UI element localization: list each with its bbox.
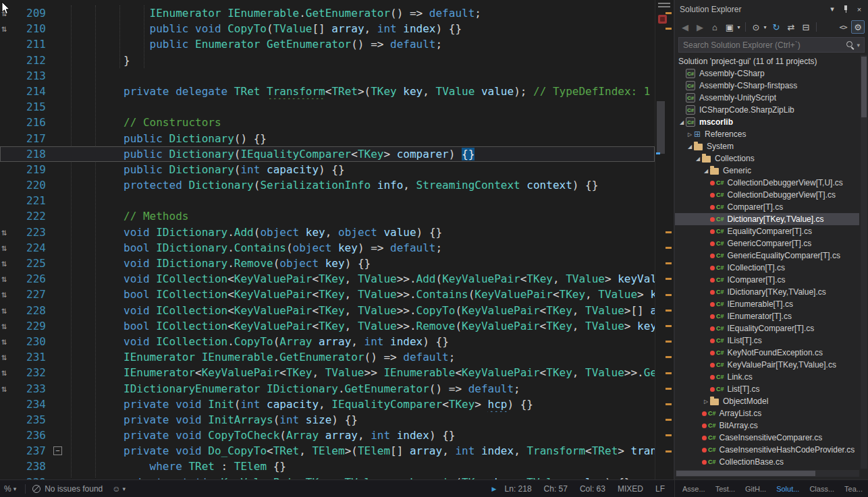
code-line[interactable]: ⇅224 bool IDictionary.Contains(object ke… [0, 240, 655, 256]
tree-item-file[interactable]: C#EqualityComparer[T].cs [675, 225, 859, 237]
code-text[interactable]: void ICollection<KeyValuePair<TKey, TVal… [66, 271, 655, 287]
code-line[interactable]: ⇅226 void ICollection<KeyValuePair<TKey,… [0, 271, 655, 287]
line-number[interactable]: 213 [19, 68, 51, 84]
collapse-icon[interactable]: ◢ [694, 156, 702, 162]
tree-item-file[interactable]: C#IEnumerator[T].cs [675, 310, 859, 322]
line-number[interactable]: 234 [19, 397, 51, 412]
tree-item-project[interactable]: ◢C#mscorlib [675, 116, 859, 128]
code-line[interactable]: 214 private delegate TRet Transform<TRet… [0, 84, 655, 99]
code-text[interactable]: public void CopyTo(TValue[] array, int i… [66, 21, 655, 36]
code-text[interactable]: bool IDictionary.Contains(object key) =>… [66, 240, 655, 256]
line-number[interactable]: 221 [19, 193, 51, 208]
code-text[interactable]: public Dictionary(IEqualityComparer<TKey… [66, 146, 655, 162]
tree-item-file[interactable]: C#List[T].cs [675, 383, 859, 395]
tree-item-file[interactable]: C#ICollection[T].cs [675, 262, 859, 274]
code-line[interactable]: 212 } [0, 53, 655, 68]
code-line[interactable]: ⇅225 void IDictionary.Remove(object key)… [0, 256, 655, 271]
panel-tab-asse[interactable]: Asse... [682, 484, 706, 494]
code-text[interactable]: IEnumerator IEnumerable.GetEnumerator() … [66, 349, 655, 365]
panel-tab-class[interactable]: Class... [809, 484, 835, 494]
code-line[interactable]: 237− private void Do_CopyTo<TRet, TElem>… [0, 443, 655, 459]
tree-item-references[interactable]: ▷⊞References [675, 128, 859, 140]
back-icon[interactable]: ◀ [678, 20, 692, 34]
code-text[interactable]: private void CopyToCheck(Array array, in… [66, 428, 655, 443]
tree-item-project[interactable]: C#ICSharpCode.SharpZipLib [675, 104, 859, 116]
tree-item-file[interactable]: C#GenericEqualityComparer[T].cs [675, 250, 859, 262]
tree-horizontal-scrollbar[interactable] [676, 470, 859, 477]
tree-item-file[interactable]: C#Dictionary[TKey,TValue].cs [675, 213, 859, 225]
tree-item-file[interactable]: C#CollectionDebuggerView[T,U].cs [675, 177, 859, 189]
tree-item-project[interactable]: C#Assembly-CSharp-firstpass [675, 80, 859, 92]
line-number[interactable]: 225 [19, 256, 51, 271]
line-number[interactable]: 223 [19, 225, 51, 240]
implements-glyph-icon[interactable]: ⇅ [1, 336, 7, 347]
eol-indicator[interactable]: LF [655, 484, 665, 494]
code-text[interactable]: private static KeyValuePair<TKey, TValue… [66, 475, 655, 479]
chevron-down-icon[interactable]: ▾ [855, 42, 861, 49]
line-number[interactable]: 228 [19, 303, 51, 318]
panel-tab-gith[interactable]: GitH... [744, 484, 767, 494]
refresh-icon[interactable]: ↻ [769, 20, 783, 34]
code-line[interactable]: 239 private static KeyValuePair<TKey, TV… [0, 475, 655, 479]
line-number[interactable]: 233 [19, 381, 51, 397]
code-line[interactable]: 221 [0, 193, 655, 208]
implements-glyph-icon[interactable]: ⇅ [1, 367, 7, 378]
code-line[interactable]: 216 // Constructors [0, 115, 655, 130]
code-line[interactable]: ⇅230 void ICollection.CopyTo(Array array… [0, 334, 655, 349]
tree-item-file[interactable]: C#KeyNotFoundException.cs [675, 347, 859, 359]
code-text[interactable]: void IDictionary.Remove(object key) {} [66, 256, 655, 271]
code-line[interactable]: ⇅223 void IDictionary.Add(object key, ob… [0, 225, 655, 240]
code-text[interactable]: IDictionaryEnumerator IDictionary.GetEnu… [66, 381, 655, 397]
line-number[interactable]: 217 [19, 131, 51, 146]
line-number[interactable]: 209 [19, 5, 51, 21]
implements-glyph-icon[interactable]: ⇅ [1, 273, 7, 284]
line-number[interactable]: 211 [19, 36, 51, 52]
panel-tab-tea[interactable]: Tea... [844, 484, 863, 494]
expand-icon[interactable]: ▷ [702, 399, 710, 405]
code-text[interactable]: protected Dictionary(SerializationInfo i… [66, 177, 655, 193]
code-text[interactable] [66, 193, 655, 208]
code-line[interactable]: 222 // Methods [0, 208, 655, 224]
tree-item-file[interactable]: C#IEqualityComparer[T].cs [675, 322, 859, 334]
code-line[interactable]: ⇅228 void ICollection<KeyValuePair<TKey,… [0, 303, 655, 318]
window-position-icon[interactable]: ▾ [826, 3, 838, 16]
chevron-down-icon[interactable]: ▾ [11, 486, 19, 492]
code-text[interactable]: bool ICollection<KeyValuePair<TKey, TVal… [66, 318, 655, 334]
code-text[interactable]: private void Init(int capacity, IEqualit… [66, 397, 655, 412]
line-number[interactable]: 216 [19, 115, 51, 130]
zoom-level[interactable]: % [4, 484, 11, 494]
encoding-indicator[interactable]: MIXED [618, 484, 643, 494]
search-icon[interactable] [846, 40, 855, 50]
line-number[interactable]: 212 [19, 53, 51, 68]
issues-status[interactable]: No issues found [45, 484, 103, 494]
split-handle[interactable] [658, 3, 670, 7]
panel-title-bar[interactable]: Solution Explorer ▾× [675, 0, 868, 18]
code-line[interactable]: 213 [0, 68, 655, 84]
code-text[interactable] [66, 99, 655, 115]
code-line[interactable]: ⇅209 IEnumerator IEnumerable.GetEnumerat… [0, 5, 655, 21]
document-health-icon[interactable] [658, 15, 667, 24]
panel-tab-test[interactable]: Test... [715, 484, 736, 494]
tree-item-file[interactable]: C#GenericComparer[T].cs [675, 237, 859, 250]
line-number[interactable]: 215 [19, 99, 51, 115]
tree-item-file[interactable]: C#CollectionBase.cs [675, 456, 859, 468]
line-number[interactable]: 214 [19, 84, 51, 99]
expand-icon[interactable]: ▷ [686, 131, 694, 138]
gear-icon[interactable]: ⚙ [851, 20, 865, 34]
tree-item-file[interactable]: C#IDictionary[TKey,TValue].cs [675, 286, 859, 298]
implements-glyph-icon[interactable]: ⇅ [1, 320, 7, 331]
switch-views-icon[interactable]: ▣ [723, 20, 736, 34]
line-number[interactable]: 230 [19, 334, 51, 349]
implements-glyph-icon[interactable]: ⇅ [1, 258, 7, 268]
code-line[interactable]: 236 private void CopyToCheck(Array array… [0, 428, 655, 443]
code-text[interactable]: void IDictionary.Add(object key, object … [66, 225, 655, 240]
implements-glyph-icon[interactable]: ⇅ [1, 23, 7, 34]
code-line[interactable]: 219 public Dictionary(int capacity) {} [0, 162, 655, 177]
line-number[interactable]: 222 [19, 208, 51, 224]
collapse-icon[interactable]: ◢ [678, 119, 686, 125]
line-number[interactable]: 220 [19, 177, 51, 193]
search-input[interactable] [679, 40, 846, 50]
code-text[interactable]: } [66, 53, 655, 68]
implements-glyph-icon[interactable]: ⇅ [1, 227, 7, 237]
code-text[interactable]: public Dictionary() {} [66, 131, 655, 146]
